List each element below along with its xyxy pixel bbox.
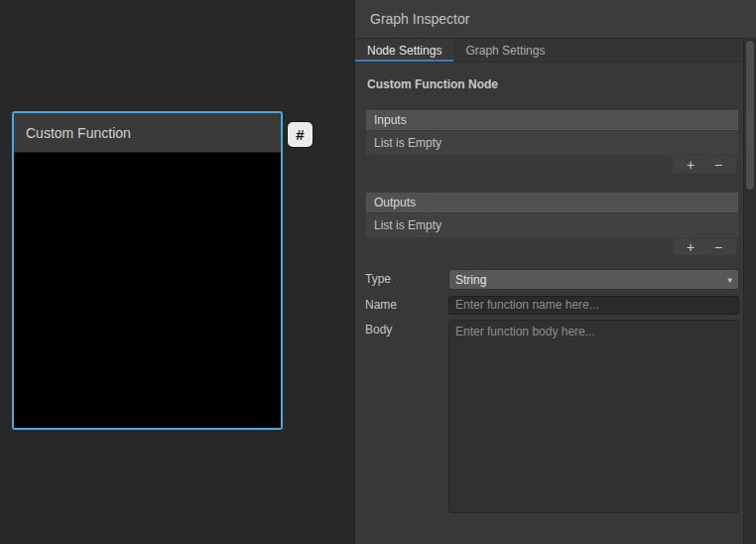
inputs-list-empty-row: List is Empty	[365, 131, 739, 156]
outputs-list-header[interactable]: Outputs	[365, 192, 739, 213]
shader-graph-window: Custom Function # Graph Inspector Node S…	[0, 0, 756, 544]
type-dropdown-value: String	[455, 273, 486, 287]
function-body-input[interactable]	[448, 320, 739, 513]
node-header[interactable]: Custom Function	[14, 113, 281, 153]
inputs-list: Inputs List is Empty + −	[365, 109, 739, 174]
inspector-title: Graph Inspector	[370, 11, 469, 27]
outputs-empty-text: List is Empty	[374, 218, 441, 232]
inputs-footer-box: + −	[672, 156, 737, 174]
name-label: Name	[365, 295, 448, 312]
node-body	[14, 153, 281, 428]
chevron-down-icon: ▾	[727, 275, 732, 285]
outputs-footer-box: + −	[672, 238, 737, 256]
function-name-input[interactable]	[448, 296, 739, 315]
inputs-list-title: Inputs	[374, 113, 407, 127]
hash-badge[interactable]: #	[288, 122, 313, 147]
add-output-button[interactable]: +	[678, 239, 703, 254]
add-input-button[interactable]: +	[678, 157, 703, 172]
node-title: Custom Function	[26, 125, 131, 141]
type-row: Type String ▾	[365, 269, 739, 290]
scrollbar-thumb[interactable]	[746, 41, 754, 190]
hash-icon: #	[296, 126, 304, 143]
tab-bar: Node Settings Graph Settings	[355, 39, 756, 63]
inspector-content: Custom Function Node Inputs List is Empt…	[355, 62, 743, 544]
remove-output-button[interactable]: −	[705, 239, 731, 254]
inputs-empty-text: List is Empty	[374, 136, 441, 150]
custom-function-node[interactable]: Custom Function	[12, 111, 283, 430]
type-label: Type	[365, 269, 448, 286]
outputs-list-footer: + −	[365, 238, 739, 256]
graph-inspector-panel: Graph Inspector Node Settings Graph Sett…	[354, 0, 756, 544]
remove-input-button[interactable]: −	[705, 157, 731, 172]
inspector-header[interactable]: Graph Inspector	[355, 0, 756, 39]
section-title: Custom Function Node	[367, 77, 739, 91]
scrollbar[interactable]	[743, 38, 756, 544]
tab-node-settings[interactable]: Node Settings	[355, 39, 453, 62]
inputs-list-header[interactable]: Inputs	[365, 109, 739, 131]
outputs-list: Outputs List is Empty + −	[365, 192, 739, 256]
inputs-list-footer: + −	[365, 156, 739, 174]
outputs-list-empty-row: List is Empty	[365, 213, 739, 238]
outputs-list-title: Outputs	[374, 196, 416, 209]
tab-graph-settings[interactable]: Graph Settings	[453, 39, 557, 62]
name-row: Name	[365, 295, 739, 315]
body-row: Body	[365, 320, 739, 513]
body-label: Body	[365, 320, 448, 337]
type-dropdown[interactable]: String ▾	[448, 269, 739, 290]
